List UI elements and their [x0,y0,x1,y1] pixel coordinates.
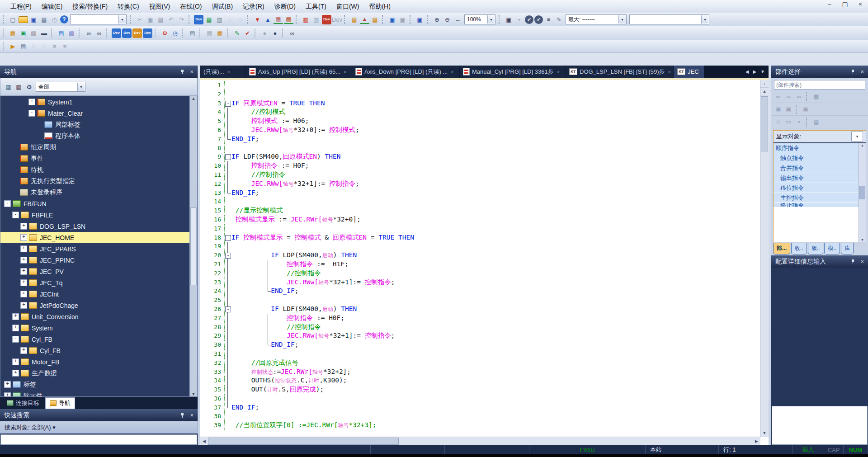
code-line[interactable]: 38 [200,412,760,421]
chevron-down-icon[interactable]: ▼ [77,83,85,91]
scroll-left-icon[interactable]: ◀ [200,439,208,443]
pou-list-icon[interactable]: ▤ [349,15,359,24]
save-project-icon[interactable]: ▣ [29,15,38,24]
device-usage-icon[interactable]: Dev [132,28,142,38]
close-icon[interactable]: × [190,412,193,418]
drive-icon[interactable]: ▥ [29,28,38,38]
help-icon[interactable]: ? [60,15,68,24]
watch-table-icon[interactable]: ▦ [205,28,214,38]
code-line[interactable]: 30 END_IF; [200,340,760,349]
code-line[interactable]: 19 [200,242,760,251]
code-line[interactable]: 9-IF LDF(SM400,回原模式EN) THEN [200,152,760,161]
cut-icon[interactable]: ✂ [135,15,145,24]
clock-setting-icon[interactable]: ⚙ [160,28,170,38]
code-line[interactable]: 5 控制模式 := H06; [200,117,760,126]
st-editor[interactable]: 123-IF 回原模式EN = TRUE THEN4 //控制模式5 控制模式 … [200,78,769,445]
code-line[interactable]: 16 控制模式显示 := JEC.RWr[轴号*32+0]; [200,215,760,224]
part-tab[interactable]: 模.. [824,243,840,254]
tree-item-system[interactable]: +System [0,322,197,334]
tree-item-cyl_fb[interactable]: +Cyl_FB [0,345,197,356]
tree-item-jec_ppabs[interactable]: +JEC_PPABS [0,243,197,254]
part-find2-icon[interactable]: ∞ [784,92,793,101]
read-from-plc-icon[interactable]: ▲ [263,15,273,24]
device-batch2-icon[interactable]: Dev [332,15,342,24]
code-line[interactable]: 34 OUTHS(控制状态.C,计时,K300); [200,376,760,385]
document-tab[interactable]: (只读)...× [200,66,245,78]
print-icon[interactable]: ▤ [39,15,49,24]
document-tab[interactable]: STJEC [674,66,704,78]
window-monitor-icon[interactable]: ▣ [387,15,397,24]
device-comment-icon[interactable]: Dev [194,15,203,24]
tree-expander-icon[interactable]: + [12,325,19,331]
code-line[interactable]: 32 //回原完成信号 [200,358,760,367]
check-program-icon[interactable]: ✔ [243,28,252,38]
code-line[interactable]: 35 OUT(计时.S,回原完成); [200,385,760,394]
tree-expander-icon[interactable]: + [20,347,27,354]
menu-item[interactable]: 搜索/替换(F) [67,1,113,11]
scroll-thumb[interactable] [190,207,197,285]
pin-icon[interactable] [180,413,184,418]
scan-time-combo[interactable]: 最大: -------▼ [566,14,627,24]
code-line[interactable]: 4 //控制模式 [200,108,760,117]
fold-collapse-icon[interactable]: - [225,154,231,160]
code-line[interactable]: 25 [200,296,760,305]
menu-item[interactable]: 编辑(E) [37,1,68,11]
tab-close-icon[interactable]: × [557,69,560,75]
scroll-down-icon[interactable]: ▼ [760,429,769,437]
part-add-icon[interactable]: ▣ [774,104,783,114]
nav-back-icon[interactable]: ◌ [29,42,38,51]
panel-tab-nav[interactable]: 导航 [45,397,75,409]
device-read-icon[interactable]: ▥ [311,15,321,24]
instruction-group[interactable]: 触点指令 [774,153,866,163]
code-line[interactable]: 18-IF 控制模式显示 = 控制模式 & 回原模式EN = TRUE THEN [200,233,760,242]
pin-icon[interactable] [851,70,855,74]
code-line[interactable]: 10 控制指令 := H0F; [200,161,760,170]
watch-window-combo[interactable]: ▼ [629,14,709,24]
close-icon[interactable]: × [190,69,193,75]
minimize-button[interactable]: – [826,0,834,8]
part-tab[interactable]: 部... [773,243,790,254]
instruction-group[interactable]: 移位指令 [774,183,866,193]
pin-icon[interactable] [180,70,184,74]
code-line[interactable]: 17 [200,224,760,233]
menu-item[interactable]: 诊断(D) [269,1,301,11]
tree-item-jetpdochage[interactable]: +JetPdoChage [0,300,197,311]
history-icon[interactable]: ◷ [50,15,59,24]
tree-scrollbar[interactable]: ▲ ▼ [189,96,197,396]
code-line[interactable]: 6 JEC.RWw[轴号*32+0]:= 控制模式; [200,126,760,135]
find-icon[interactable]: ∞ [84,28,94,38]
tree-display-icon[interactable]: ▦ [4,82,13,92]
code-line[interactable]: 37END_IF; [200,403,760,412]
tab-close-icon[interactable]: × [451,69,453,75]
tree-expander-icon[interactable]: + [28,99,35,105]
write-to-plc-icon[interactable]: ▼ [253,15,262,24]
tree-item-system1[interactable]: +System1 [0,96,197,108]
menu-item[interactable]: 转换(C) [113,1,144,11]
part-find1-icon[interactable]: ∞ [774,92,783,101]
maximize-button[interactable]: ▢ [841,0,849,8]
ladder-editor-icon[interactable]: ▤ [57,28,66,38]
scroll-up-icon[interactable]: ▲ [760,88,769,95]
tree-item-motor_fb[interactable]: +Motor_FB [0,356,197,367]
tree-item---[interactable]: 待机 [0,164,197,175]
tree-expander-icon[interactable]: - [12,336,19,343]
element-search-icon[interactable]: ∞ [288,28,297,38]
tree-item-jec_tq[interactable]: +JEC_Tq [0,277,197,288]
monitor-start-icon[interactable]: ✔ [525,15,533,24]
undo-icon[interactable]: ↶ [166,15,176,24]
tree-item-unit_conversion[interactable]: +Unit_Conversion [0,311,197,322]
code-line[interactable]: 13END_IF; [200,188,760,198]
tree-settings-icon[interactable]: ⚙ [24,82,34,92]
bookmark-anchor-icon[interactable]: ↕ [760,80,769,88]
device-list-icon[interactable]: Dev [122,28,132,38]
tree-expander-icon[interactable]: + [20,279,27,286]
tree-item-fbfile[interactable]: -FBFILE [0,209,197,221]
device-find-icon[interactable]: Dev [112,28,121,38]
fold-collapse-icon[interactable]: - [225,101,231,107]
code-line[interactable]: 14 [200,197,760,206]
tree-expander-icon[interactable]: - [28,110,35,117]
fold-collapse-icon[interactable]: - [225,253,231,259]
tree-item-fb-fun[interactable]: -FB/FUN [0,198,197,209]
code-line[interactable]: 22 //控制指令 [200,269,760,278]
scroll-down-icon[interactable]: ▼ [192,392,196,396]
